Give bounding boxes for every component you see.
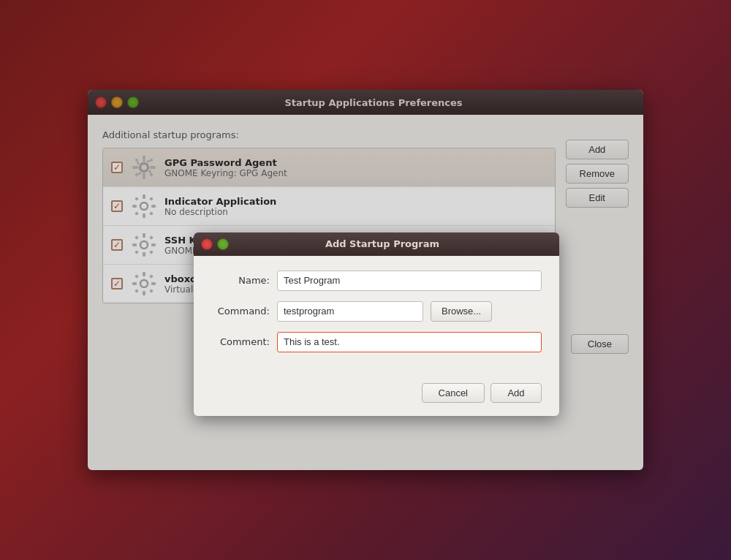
browse-button[interactable]: Browse...	[431, 301, 492, 322]
modal-title: Add Startup Program	[235, 238, 530, 249]
command-field-row: Command: Browse...	[211, 301, 542, 322]
cancel-button[interactable]: Cancel	[422, 383, 485, 403]
modal-max-button[interactable]	[217, 238, 229, 250]
name-label: Name:	[211, 275, 270, 286]
command-label: Command:	[211, 306, 270, 317]
modal-close-button[interactable]	[201, 238, 213, 250]
command-input[interactable]	[277, 301, 423, 322]
name-field-row: Name:	[211, 270, 542, 291]
main-window: Startup Applications Preferences Additio…	[88, 90, 643, 470]
modal-title-bar: Add Startup Program	[194, 232, 559, 256]
comment-input[interactable]	[277, 332, 542, 352]
modal-overlay: Add Startup Program Name: Command: Brows…	[88, 90, 643, 470]
add-startup-modal: Add Startup Program Name: Command: Brows…	[194, 232, 559, 416]
comment-field-row: Comment:	[211, 332, 542, 352]
modal-add-button[interactable]: Add	[491, 383, 542, 403]
name-input[interactable]	[277, 270, 542, 291]
modal-footer: Cancel Add	[194, 377, 559, 416]
modal-body: Name: Command: Browse... Comment:	[194, 256, 559, 377]
modal-window-controls	[201, 238, 229, 250]
comment-label: Comment:	[211, 336, 270, 347]
